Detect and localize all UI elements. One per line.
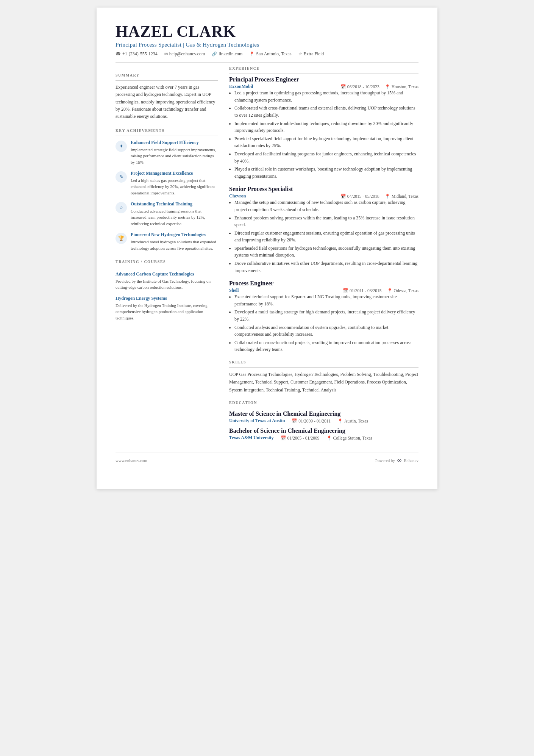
education-section: EDUCATION Master of Science in Chemical … [229, 401, 418, 441]
education-divider [229, 408, 418, 408]
courses-divider [116, 267, 218, 267]
job-location-3: 📍 Odessa, Texas [387, 288, 418, 293]
achievement-item: 🏆 Pioneered New Hydrogen Technologies In… [116, 232, 218, 251]
course-item-1: Advanced Carbon Capture Technologies Pro… [116, 271, 218, 291]
job-meta-1: ExxonMobil 📅 06/2018 - 10/2023 📍 Houston… [229, 84, 418, 89]
achievement-desc-2: Led a high-stakes gas processing project… [131, 177, 218, 196]
header-title: Principal Process Specialist | Gas & Hyd… [116, 42, 418, 48]
calendar-icon: 📅 [340, 84, 346, 89]
name: HAZEL CLARK [116, 23, 418, 40]
job-date-2: 📅 04/2015 - 05/2018 [340, 194, 379, 199]
courses-section: TRAINING / COURSES Advanced Carbon Captu… [116, 260, 218, 321]
course-desc-2: Delivered by the Hydrogen Training Insti… [116, 302, 218, 321]
bullet: Conducted analysis and recommendation of… [234, 324, 418, 338]
course-title-2: Hydrogen Energy Systems [116, 295, 218, 302]
job-2: Senior Process Specialist Chevron 📅 04/2… [229, 186, 418, 274]
edu-item-1: Master of Science in Chemical Engineerin… [229, 410, 418, 424]
brand-logo-icon: ∞ [397, 457, 401, 464]
pin-icon: 📍 [337, 418, 343, 424]
job-title-3: Process Engineer [229, 280, 418, 287]
edu-degree-1: Master of Science in Chemical Engineerin… [229, 410, 418, 417]
header: HAZEL CLARK Principal Process Specialist… [116, 23, 418, 57]
resume-page: HAZEL CLARK Principal Process Specialist… [97, 8, 437, 489]
course-desc-1: Provided by the Institute of Gas Technol… [116, 278, 218, 291]
edu-meta-2: Texas A&M University 📅 01/2005 - 01/2009… [229, 435, 418, 441]
skills-divider [229, 367, 418, 368]
edu-date-2: 📅 01/2005 - 01/2009 [281, 435, 320, 441]
job-date-1: 📅 06/2018 - 10/2023 [340, 84, 379, 89]
course-title-1: Advanced Carbon Capture Technologies [116, 271, 218, 277]
two-col-layout: SUMMARY Experienced engineer with over 7… [116, 66, 418, 441]
bullet: Developed and facilitated training progr… [234, 150, 418, 164]
contact-linkedin: 🔗 linkedin.com [212, 51, 242, 57]
bullet: Executed technical support for Separex a… [234, 293, 418, 307]
achievement-title-2: Project Management Excellence [131, 171, 218, 177]
job-bullets-1: Led a project team in optimizing gas pro… [234, 89, 418, 180]
phone-icon: ☎ [116, 52, 121, 56]
calendar-icon: 📅 [281, 435, 286, 441]
achievements-label: KEY ACHIEVEMENTS [116, 128, 218, 133]
job-location-1: 📍 Houston, Texas [385, 84, 418, 89]
achievement-item: ✎ Project Management Excellence Led a hi… [116, 171, 218, 196]
job-meta-3: Shell 📅 01/2011 - 03/2015 📍 Odessa, Texa… [229, 288, 418, 293]
achievement-content-2: Project Management Excellence Led a high… [131, 171, 218, 196]
bullet: Spearheaded field operations for hydroge… [234, 245, 418, 259]
achievement-content-3: Outstanding Technical Training Conducted… [131, 201, 218, 227]
brand-name: Enhancv [404, 458, 418, 463]
achievements-divider [116, 136, 218, 136]
achievement-desc-1: Implemented strategic field support impr… [131, 147, 218, 166]
powered-by-text: Powered by [375, 458, 395, 463]
achievement-content-4: Pioneered New Hydrogen Technologies Intr… [131, 232, 218, 251]
job-company-3: Shell [229, 288, 239, 293]
bullet: Managed the setup and commissioning of n… [234, 199, 418, 213]
contact-extra: ☆ Extra Field [298, 51, 324, 57]
skills-label: SKILLS [229, 360, 418, 364]
course-item-2: Hydrogen Energy Systems Delivered by the… [116, 295, 218, 321]
job-title-1: Principal Process Engineer [229, 76, 418, 83]
job-company-2: Chevron [229, 193, 246, 199]
experience-label: EXPERIENCE [229, 66, 418, 70]
left-column: SUMMARY Experienced engineer with over 7… [116, 66, 218, 441]
achievement-item: ☆ Outstanding Technical Training Conduct… [116, 201, 218, 227]
job-1: Principal Process Engineer ExxonMobil 📅 … [229, 76, 418, 180]
edu-location-2: 📍 College Station, Texas [326, 435, 372, 441]
job-title-2: Senior Process Specialist [229, 186, 418, 193]
skills-section: SKILLS UOP Gas Processing Technologies, … [229, 360, 418, 394]
achievement-desc-3: Conducted advanced training sessions tha… [131, 208, 218, 227]
contact-email: ✉ help@enhancv.com [164, 51, 205, 57]
job-company-1: ExxonMobil [229, 84, 253, 89]
location-icon: 📍 [249, 52, 255, 56]
education-label: EDUCATION [229, 401, 418, 405]
achievement-title-4: Pioneered New Hydrogen Technologies [131, 232, 218, 238]
skills-text: UOP Gas Processing Technologies, Hydroge… [229, 371, 418, 394]
footer-url: www.enhancv.com [116, 458, 147, 463]
summary-section: SUMMARY Experienced engineer with over 7… [116, 73, 218, 120]
edu-date-1: 📅 01/2009 - 01/2011 [292, 418, 331, 424]
bullet: Collaborated on cross-functional project… [234, 339, 418, 353]
job-bullets-3: Executed technical support for Separex a… [234, 293, 418, 353]
bullet: Developed a multi-tasking strategy for h… [234, 308, 418, 322]
job-bullets-2: Managed the setup and commissioning of n… [234, 199, 418, 274]
calendar-icon: 📅 [340, 194, 346, 199]
job-location-2: 📍 Midland, Texas [385, 194, 418, 199]
bullet: Enhanced problem-solving processes withi… [234, 214, 418, 229]
footer-brand: Powered by ∞ Enhancv [375, 457, 418, 464]
bullet: Collaborated with cross-functional teams… [234, 105, 418, 119]
job-3: Process Engineer Shell 📅 01/2011 - 03/20… [229, 280, 418, 353]
courses-label: TRAINING / COURSES [116, 260, 218, 264]
bullet: Played a critical role in customer works… [234, 166, 418, 180]
summary-label: SUMMARY [116, 73, 218, 77]
summary-divider [116, 80, 218, 81]
bullet: Provided specialized field support for b… [234, 135, 418, 149]
pin-icon: 📍 [385, 84, 390, 89]
edu-school-1: University of Texas at Austin [229, 418, 285, 424]
contact-bar: ☎ +1-(234)-555-1234 ✉ help@enhancv.com 🔗… [116, 51, 418, 57]
calendar-icon: 📅 [292, 418, 297, 424]
job-date-3: 📅 01/2011 - 03/2015 [343, 288, 382, 293]
achievement-icon-2: ✎ [116, 171, 127, 183]
pin-icon: 📍 [387, 288, 392, 293]
edu-degree-2: Bachelor of Science in Chemical Engineer… [229, 427, 418, 434]
bullet: Drove collaborative initiatives with oth… [234, 260, 418, 274]
edu-item-2: Bachelor of Science in Chemical Engineer… [229, 427, 418, 441]
bullet: Implemented innovative troubleshooting t… [234, 120, 418, 134]
